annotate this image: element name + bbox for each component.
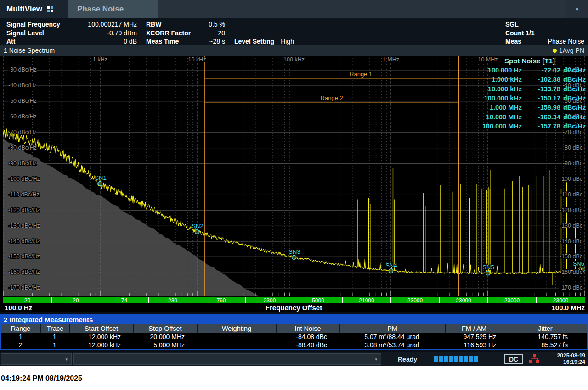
header-value: -0.79 dBm	[107, 29, 137, 37]
y-axis-left-tick-label: -30 dBc/Hz	[8, 67, 37, 73]
tabbar-dropdown-button[interactable]: ▾	[566, 0, 588, 18]
x-axis-decade-label: 100 kHz	[283, 56, 305, 63]
integrated-row: 2112.000 kHz5.000 MHz-88.40 dBc3.08 m°/5…	[1, 341, 587, 349]
integrated-col-header: PM	[339, 324, 445, 333]
spot-noise-row: 1.000 MHz-158.98dBc/Hz	[471, 103, 588, 112]
x-axis-stop-value: 100.0 MHz	[551, 304, 585, 312]
spot-noise-row: 100.000 MHz-157.78dBc/Hz	[471, 122, 588, 131]
progress-segment	[464, 356, 468, 362]
spot-noise-marker	[98, 182, 102, 186]
header-row: RBW0.5 %	[146, 20, 225, 29]
tab-phase-noise-label: Phase Noise	[77, 5, 124, 14]
multiview-grid-icon	[47, 6, 54, 13]
header-row: XCORR Factor20	[146, 29, 225, 38]
x-axis-decade-label: 1 MHz	[383, 56, 399, 63]
integrated-col-header: Jitter	[503, 324, 587, 333]
header-label: Signal Frequency	[6, 21, 60, 28]
y-axis-left-tick-label: -120 dBc/Hz	[8, 207, 40, 213]
spot-noise-unit: dBc/Hz	[560, 95, 588, 102]
xcorr-segment: 23000	[391, 297, 440, 303]
header-row: Meas Time~28 s	[146, 37, 225, 46]
integrated-row: 1112.000 kHz20.000 MHz-84.08 dBc5.07 m°/…	[1, 333, 587, 341]
xcorr-segment: 760	[197, 297, 246, 303]
y-axis-left-tick-label: -40 dBc/Hz	[8, 82, 37, 89]
header-row: Signal Frequency100.000217 MHz	[6, 20, 137, 29]
integrated-col-header: Stop Offset	[133, 324, 197, 333]
chevron-down-icon: ▾	[576, 6, 578, 12]
spot-noise-marker-label: SN5	[482, 264, 494, 271]
y-axis-left-tick-label: -110 dBc/Hz	[8, 191, 40, 198]
spot-noise-level: -150.17	[522, 95, 560, 102]
integrated-measurements-titlebar[interactable]: 2 Integrated Measurements	[1, 315, 587, 324]
progress-bar	[434, 356, 478, 362]
spot-noise-offset: 10.000 kHz	[471, 85, 522, 93]
spot-noise-offset: 100.000 kHz	[471, 95, 522, 102]
y-axis-left-tick-label: -90 dBc/Hz	[8, 160, 37, 167]
spot-noise-row: 100.000 Hz-72.02dBc/Hz	[471, 66, 588, 75]
y-axis-right-tick-label: -130 dBc	[560, 223, 582, 229]
status-dropdown-left[interactable]: ▾	[1, 353, 72, 365]
spot-noise-row: 100.000 kHz-150.17dBc/Hz	[471, 94, 588, 103]
spot-noise-marker-label: SN4	[385, 262, 397, 269]
integrated-col-header: Trace	[40, 324, 69, 333]
spot-noise-level: -157.78	[522, 123, 560, 130]
xcorr-segment: 2300	[246, 297, 294, 303]
chevron-down-icon: ▾	[375, 357, 377, 362]
xcorr-segment: 74	[100, 297, 149, 303]
header-column-meas: SGL Count 1/1 Meas Phase Noise	[505, 20, 584, 46]
spot-noise-offset: 100.000 MHz	[471, 123, 522, 130]
spot-noise-rows: 100.000 Hz-72.02dBc/Hz1.000 kHz-102.88dB…	[471, 66, 588, 131]
integrated-cell: 5.000 MHz	[133, 341, 197, 349]
spot-noise-marker-label: SN2	[192, 223, 203, 229]
integrated-cell: 3.08 m°/53.74 µrad	[339, 341, 445, 349]
spot-noise-offset: 100.000 Hz	[471, 67, 522, 74]
xcorr-segment: 23000	[440, 297, 488, 303]
y-axis-left-tick-label: -70 dBc/Hz	[8, 129, 37, 135]
progress-segment	[444, 356, 448, 362]
status-dropdown-message[interactable]: ▾	[74, 353, 381, 365]
spot-noise-level: -160.34	[522, 113, 560, 121]
progress-segment	[454, 356, 458, 362]
header-value: 0.5 %	[209, 21, 225, 28]
integrated-cell: 5.07 m°/88.44 µrad	[339, 333, 445, 341]
y-axis-left-tick-label: -60 dBc/Hz	[8, 113, 37, 120]
network-error-icon[interactable]	[529, 354, 539, 364]
status-ready: Ready	[398, 352, 417, 366]
instrument-screen: MultiView Phase Noise ▾ Signal Frequency…	[0, 0, 588, 366]
header-value: 100.000217 MHz	[88, 21, 137, 28]
spot-noise-row: 10.000 MHz-160.34dBc/Hz	[471, 112, 588, 121]
meas-label: Meas	[505, 38, 521, 45]
tab-multiview[interactable]: MultiView	[0, 0, 68, 18]
chevron-down-icon: ▾	[65, 357, 68, 362]
header-row: Att0 dB	[6, 37, 137, 46]
date-time: 2025-08-19 16:19:24	[557, 353, 585, 365]
noise-spectrum-titlebar[interactable]: 1 Noise Spectrum 1Avg PN	[0, 45, 588, 56]
range-label: Range 2	[321, 95, 343, 101]
y-axis-left-tick-label: -50 dBc/Hz	[8, 98, 37, 104]
integrated-col-header: Start Offset	[69, 324, 133, 333]
y-axis-left-tick-label: -160 dBc/Hz	[8, 269, 40, 275]
y-axis-right-tick-label: -110 dBc	[560, 191, 582, 198]
xcorr-segment-bar: 2020742307602300500021000230002300023000…	[3, 297, 585, 303]
progress-segment	[449, 356, 453, 362]
status-bar: ▾ ▾ Ready DC 2025-08-19 16:19:24	[0, 352, 588, 366]
integrated-cell	[197, 341, 276, 349]
sgl-indicator: SGL	[505, 21, 519, 28]
xcorr-segment: 21000	[343, 297, 391, 303]
progress-segment	[434, 356, 438, 362]
x-axis-footer: 100.0 Hz Frequency Offset 100.0 MHz	[3, 304, 585, 312]
y-axis-right-tick-label: -160 dBc	[560, 269, 582, 275]
dc-coupling-indicator[interactable]: DC	[504, 354, 523, 364]
integrated-cell: 140.757 fs	[503, 333, 587, 341]
spot-noise-level: -133.78	[522, 85, 560, 93]
spot-noise-row: 10.000 kHz-133.78dBc/Hz	[471, 84, 588, 94]
progress-segment	[469, 356, 473, 362]
spot-noise-unit: dBc/Hz	[560, 76, 588, 83]
tab-phase-noise[interactable]: Phase Noise	[68, 0, 158, 18]
spot-noise-unit: dBc/Hz	[560, 85, 588, 93]
header-column-bandwidth: RBW0.5 %XCORR Factor20Meas Time~28 s	[146, 20, 225, 46]
x-axis-decade-label: 10 kHz	[188, 56, 206, 63]
header-label: XCORR Factor	[146, 29, 191, 37]
print-timestamp: 04:19:24 PM 08/19/2025	[1, 374, 82, 383]
header-value: 0 dB	[124, 38, 137, 45]
